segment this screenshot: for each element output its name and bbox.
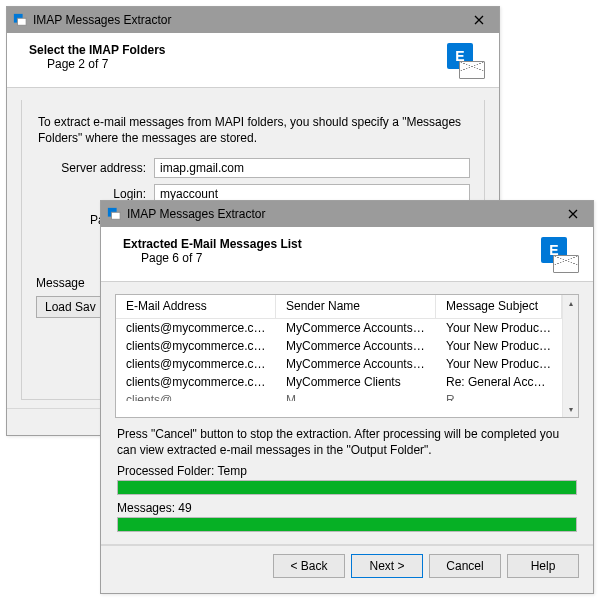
list-header: E-Mail Address Sender Name Message Subje… — [116, 295, 562, 319]
messages-label: Message — [36, 276, 106, 290]
list-row[interactable]: clients@…M…R… — [116, 391, 562, 401]
back-button[interactable]: < Back — [273, 554, 345, 578]
messages-progress — [117, 517, 577, 532]
instruction-text: To extract e-mail messages from MAPI fol… — [38, 114, 470, 146]
cell-subject: R… — [436, 391, 562, 401]
list-row[interactable]: clients@mycommerce.comMyCommerce Clients… — [116, 373, 562, 391]
server-field-row: Server address: — [36, 158, 470, 178]
cell-sender: MyCommerce Clients — [276, 373, 436, 391]
scroll-track[interactable] — [563, 311, 578, 401]
titlebar[interactable]: IMAP Messages Extractor — [101, 201, 593, 227]
exchange-icon: E — [441, 43, 485, 79]
scroll-down-icon[interactable]: ▾ — [563, 401, 578, 417]
svg-rect-3 — [111, 212, 120, 219]
close-icon — [474, 15, 484, 25]
scroll-up-icon[interactable]: ▴ — [563, 295, 578, 311]
cell-sender: MyCommerce Accounts D... — [276, 355, 436, 373]
cell-sender: MyCommerce Accounts D... — [276, 337, 436, 355]
cell-email: clients@mycommerce.com — [116, 337, 276, 355]
load-saved-button[interactable]: Load Sav — [36, 296, 105, 318]
window-title: IMAP Messages Extractor — [33, 13, 459, 27]
list-row[interactable]: clients@mycommerce.comMyCommerce Account… — [116, 319, 562, 337]
app-icon — [107, 207, 121, 221]
column-email[interactable]: E-Mail Address — [116, 295, 276, 318]
cell-email: clients@mycommerce.com — [116, 373, 276, 391]
cell-subject: Your New Product Advan... — [436, 355, 562, 373]
cell-subject: Your New Product Advan... — [436, 337, 562, 355]
wizard-page: Page 6 of 7 — [123, 251, 535, 265]
column-sender[interactable]: Sender Name — [276, 295, 436, 318]
close-button[interactable] — [553, 201, 593, 227]
status-text: Press "Cancel" button to stop the extrac… — [117, 426, 577, 458]
cell-sender: M… — [276, 391, 436, 401]
cell-email: clients@… — [116, 391, 276, 401]
help-button[interactable]: Help — [507, 554, 579, 578]
list-row[interactable]: clients@mycommerce.comMyCommerce Account… — [116, 337, 562, 355]
close-icon — [568, 209, 578, 219]
folder-progress — [117, 480, 577, 495]
titlebar[interactable]: IMAP Messages Extractor — [7, 7, 499, 33]
wizard-header: Select the IMAP Folders Page 2 of 7 E — [7, 33, 499, 88]
cell-subject: Re: General Account Que... — [436, 373, 562, 391]
messages-list[interactable]: E-Mail Address Sender Name Message Subje… — [115, 294, 579, 418]
cell-sender: MyCommerce Accounts D... — [276, 319, 436, 337]
server-input[interactable] — [154, 158, 470, 178]
wizard-page: Page 2 of 7 — [29, 57, 441, 71]
vertical-scrollbar[interactable]: ▴ ▾ — [562, 295, 578, 417]
exchange-icon: E — [535, 237, 579, 273]
wizard-window-extracted-list: IMAP Messages Extractor Extracted E-Mail… — [100, 200, 594, 594]
messages-count-label: Messages: 49 — [117, 501, 577, 515]
cell-email: clients@mycommerce.com — [116, 355, 276, 373]
window-title: IMAP Messages Extractor — [127, 207, 553, 221]
app-icon — [13, 13, 27, 27]
cell-email: clients@mycommerce.com — [116, 319, 276, 337]
svg-rect-1 — [17, 18, 26, 25]
cancel-button[interactable]: Cancel — [429, 554, 501, 578]
wizard-button-row: < Back Next > Cancel Help — [101, 545, 593, 588]
wizard-heading: Select the IMAP Folders — [29, 43, 441, 57]
server-label: Server address: — [36, 161, 154, 175]
processed-folder-label: Processed Folder: Temp — [117, 464, 577, 478]
close-button[interactable] — [459, 7, 499, 33]
wizard-header: Extracted E-Mail Messages List Page 6 of… — [101, 227, 593, 282]
column-subject[interactable]: Message Subject — [436, 295, 562, 318]
list-row[interactable]: clients@mycommerce.comMyCommerce Account… — [116, 355, 562, 373]
cell-subject: Your New Product Advan... — [436, 319, 562, 337]
wizard-heading: Extracted E-Mail Messages List — [123, 237, 535, 251]
next-button[interactable]: Next > — [351, 554, 423, 578]
